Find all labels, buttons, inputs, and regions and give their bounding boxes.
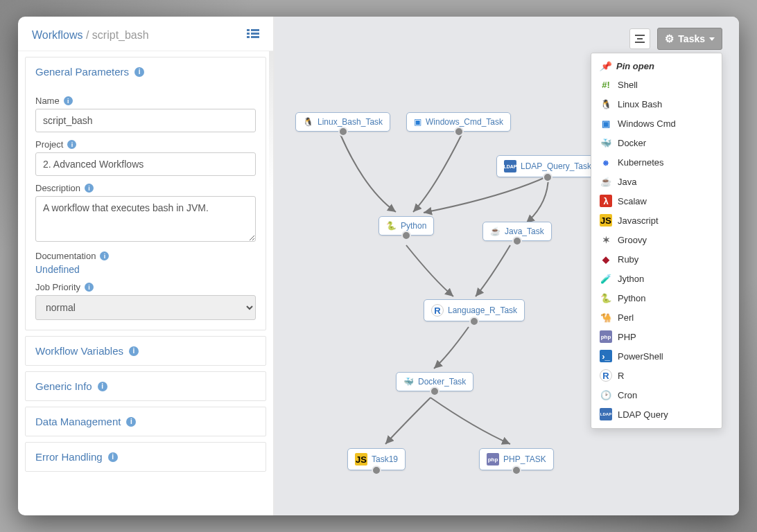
svg-rect-2	[247, 33, 250, 35]
windows-icon: ▣	[414, 117, 421, 127]
gear-icon: ⚙	[665, 33, 674, 45]
info-icon[interactable]: i	[67, 140, 76, 149]
info-icon: i	[129, 346, 139, 356]
canvas-panel[interactable]: ⚙ Tasks 📌Pin open #!Shell🐧Linux Bash▣Win…	[275, 17, 739, 515]
svg-rect-6	[635, 35, 645, 36]
description-input[interactable]: A workflow that executes bash in JVM.	[35, 196, 256, 242]
info-icon: i	[134, 67, 144, 77]
node-php[interactable]: phpPHP_TASK	[479, 448, 554, 470]
dropdown-item-label: Ruby	[618, 254, 638, 265]
align-button[interactable]	[629, 28, 650, 49]
svg-rect-7	[637, 38, 643, 39]
left-panel: Workflows / script_bash General Paramete…	[18, 17, 275, 515]
description-label: Descriptioni	[35, 183, 256, 193]
section-error-header[interactable]: Error Handlingi	[26, 443, 266, 471]
dropdown-item-label: Shell	[618, 80, 638, 90]
node-python[interactable]: 🐍Python	[378, 216, 434, 236]
dropdown-item-py[interactable]: 🐍Python	[591, 288, 722, 308]
section-data-header[interactable]: Data Managementi	[26, 407, 266, 436]
dropdown-item-label: Jython	[618, 274, 644, 284]
node-r[interactable]: RLanguage_R_Task	[424, 299, 525, 321]
node-ldap[interactable]: LDAPLDAP_Query_Task	[496, 155, 599, 177]
pin-icon: 📌	[600, 61, 611, 71]
scrollbar[interactable]	[269, 51, 273, 515]
section-general-header[interactable]: General Parametersi	[26, 57, 266, 86]
info-icon[interactable]: i	[85, 184, 94, 193]
dropdown-item-k8s[interactable]: ⎈Kubernetes	[591, 152, 722, 172]
name-label: Namei	[35, 96, 256, 106]
dropdown-item-dock[interactable]: 🐳Docker	[591, 133, 722, 152]
info-icon[interactable]: i	[64, 96, 73, 105]
dropdown-item-tux[interactable]: 🐧Linux Bash	[591, 94, 722, 114]
node-js[interactable]: JSTask19	[347, 448, 406, 470]
python-icon: 🐍	[386, 221, 397, 231]
dropdown-item-ruby[interactable]: ◆Ruby	[591, 249, 722, 269]
breadcrumb-current: script_bash	[92, 29, 149, 41]
dropdown-item-label: Windows Cmd	[618, 118, 676, 129]
svg-rect-1	[251, 29, 259, 31]
dropdown-item-js[interactable]: JSJavascript	[591, 211, 722, 230]
node-windows[interactable]: ▣Windows_Cmd_Task	[406, 112, 511, 132]
dropdown-item-cron[interactable]: 🕑Cron	[591, 385, 722, 405]
info-icon[interactable]: i	[85, 283, 94, 292]
list-view-icon[interactable]	[247, 28, 259, 42]
section-variables-header[interactable]: Workflow Variablesi	[26, 337, 266, 365]
dropdown-item-scala[interactable]: λScalaw	[591, 191, 722, 211]
breadcrumb: Workflows / script_bash	[18, 17, 273, 51]
dropdown-item-label: Groovy	[618, 235, 647, 245]
dropdown-item-label: R	[618, 371, 624, 381]
dropdown-item-label: Kubernetes	[618, 157, 664, 168]
accordion: General Parametersi Namei Projecti Descr…	[18, 51, 273, 515]
dropdown-item-label: Cron	[618, 390, 637, 400]
dropdown-item-label: PowerShell	[618, 351, 663, 362]
dropdown-item-win[interactable]: ▣Windows Cmd	[591, 114, 722, 133]
node-docker[interactable]: 🐳Docker_Task	[396, 372, 473, 391]
project-label: Projecti	[35, 139, 256, 150]
breadcrumb-root[interactable]: Workflows	[32, 29, 83, 41]
project-input[interactable]	[35, 152, 256, 176]
tux-icon: 🐧	[303, 117, 313, 127]
dropdown-item-ps[interactable]: ›_PowerShell	[591, 346, 722, 366]
ldap-icon: LDAP	[504, 160, 516, 172]
dropdown-item-label: Perl	[618, 312, 634, 323]
dropdown-item-label: Docker	[618, 138, 646, 148]
php-icon: php	[487, 453, 499, 466]
dropdown-item-groovy[interactable]: ✶Groovy	[591, 230, 722, 249]
name-input[interactable]	[35, 109, 256, 132]
dropdown-item-label: Python	[618, 293, 645, 303]
svg-rect-3	[251, 33, 259, 35]
dropdown-item-php[interactable]: phpPHP	[591, 327, 722, 346]
java-icon: ☕	[490, 227, 501, 236]
dropdown-item-r[interactable]: RR	[591, 366, 722, 385]
tasks-button[interactable]: ⚙ Tasks	[657, 28, 722, 50]
dropdown-item-perl[interactable]: 🐪Perl	[591, 308, 722, 327]
dropdown-item-hash[interactable]: #!Shell	[591, 75, 722, 94]
r-icon: R	[431, 304, 444, 317]
dropdown-item-label: Linux Bash	[618, 99, 662, 109]
dropdown-item-jy[interactable]: 🧪Jython	[591, 269, 722, 288]
node-linux[interactable]: 🐧Linux_Bash_Task	[295, 112, 390, 132]
node-java[interactable]: ☕Java_Task	[482, 222, 552, 241]
svg-rect-8	[635, 42, 645, 43]
dropdown-item-ldap[interactable]: LDAPLDAP Query	[591, 405, 722, 424]
info-icon[interactable]: i	[100, 251, 109, 260]
info-icon: i	[98, 382, 107, 391]
dropdown-item-label: Java	[618, 177, 636, 187]
info-icon: i	[126, 417, 136, 427]
js-icon: JS	[355, 453, 367, 466]
section-info-header[interactable]: Generic Infoi	[26, 372, 266, 400]
svg-rect-4	[247, 36, 250, 38]
priority-select[interactable]: normal	[35, 295, 256, 320]
chevron-down-icon	[709, 37, 715, 41]
docker-icon: 🐳	[403, 377, 414, 387]
dropdown-item-java[interactable]: ☕Java	[591, 172, 722, 191]
dropdown-item-label: PHP	[618, 332, 636, 342]
documentation-link[interactable]: Undefined	[35, 264, 256, 275]
tasks-dropdown: 📌Pin open #!Shell🐧Linux Bash▣Windows Cmd…	[591, 53, 722, 429]
dropdown-item-label: LDAP Query	[618, 409, 668, 420]
svg-rect-5	[251, 36, 259, 38]
dropdown-pin[interactable]: 📌Pin open	[591, 57, 722, 75]
section-general: General Parametersi Namei Projecti Descr…	[25, 57, 266, 330]
priority-label: Job Priorityi	[35, 282, 256, 292]
svg-rect-0	[247, 29, 250, 31]
